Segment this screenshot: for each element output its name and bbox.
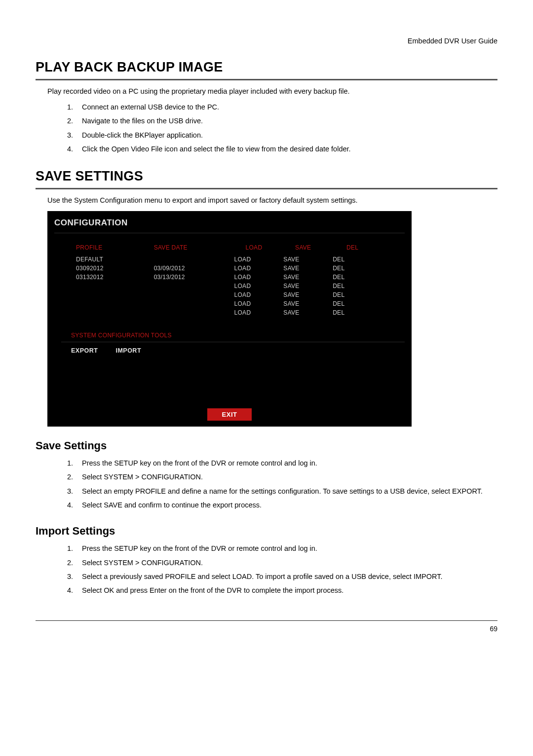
load-button[interactable]: LOAD — [229, 264, 279, 273]
table-header-row: PROFILE SAVE DATE LOAD SAVE DEL — [71, 242, 377, 255]
save-button[interactable]: SAVE — [278, 255, 328, 264]
load-button[interactable]: LOAD — [229, 282, 279, 290]
list-item: Double-click the BKPlayer application. — [75, 130, 497, 140]
del-button[interactable]: DEL — [328, 290, 377, 299]
tools-row: EXPORT IMPORT — [71, 347, 412, 354]
col-load: LOAD — [229, 242, 279, 255]
list-item: Connect an external USB device to the PC… — [75, 102, 497, 112]
col-save: SAVE — [278, 242, 328, 255]
configuration-panel: CONFIGURATION PROFILE SAVE DATE LOAD SAV… — [47, 211, 412, 427]
save-button[interactable]: SAVE — [278, 264, 328, 273]
del-button[interactable]: DEL — [328, 282, 377, 290]
load-button[interactable]: LOAD — [229, 308, 279, 317]
steps-import: Press the SETUP key on the front of the … — [75, 543, 497, 595]
table-row: DEFAULT LOAD SAVE DEL — [71, 255, 377, 264]
cell-date: 03/09/2012 — [149, 264, 229, 273]
cell-profile[interactable]: DEFAULT — [71, 255, 149, 264]
table-row: LOAD SAVE DEL — [71, 299, 377, 308]
col-profile: PROFILE — [71, 242, 149, 255]
load-button[interactable]: LOAD — [229, 255, 279, 264]
divider — [54, 233, 405, 233]
save-button[interactable]: SAVE — [278, 308, 328, 317]
heading-playback: PLAY BACK BACKUP IMAGE — [36, 60, 497, 75]
heading-import-sub: Import Settings — [36, 525, 497, 538]
table-row: LOAD SAVE DEL — [71, 290, 377, 299]
del-button[interactable]: DEL — [328, 308, 377, 317]
export-button[interactable]: EXPORT — [71, 347, 98, 354]
load-button[interactable]: LOAD — [229, 290, 279, 299]
cell-date — [149, 255, 229, 264]
table-row: LOAD SAVE DEL — [71, 282, 377, 290]
list-item: Select a previously saved PROFILE and se… — [75, 572, 497, 581]
steps-save: Press the SETUP key on the front of the … — [75, 458, 497, 510]
divider — [36, 79, 497, 80]
col-save-date: SAVE DATE — [149, 242, 229, 255]
cell-date: 03/13/2012 — [149, 273, 229, 282]
heading-save-sub: Save Settings — [36, 439, 497, 452]
intro-save: Use the System Configuration menu to exp… — [47, 196, 497, 204]
config-title: CONFIGURATION — [47, 216, 412, 233]
del-button[interactable]: DEL — [328, 299, 377, 308]
config-table: PROFILE SAVE DATE LOAD SAVE DEL DEFAULT … — [71, 242, 377, 317]
cell-profile[interactable]: 03132012 — [71, 273, 149, 282]
load-button[interactable]: LOAD — [229, 299, 279, 308]
exit-bar: EXIT — [47, 408, 412, 427]
save-button[interactable]: SAVE — [278, 282, 328, 290]
divider — [36, 188, 497, 189]
list-item: Select SYSTEM > CONFIGURATION. — [75, 472, 497, 482]
list-item: Select an empty PROFILE and define a nam… — [75, 486, 497, 496]
cell-profile[interactable] — [71, 299, 149, 308]
col-del: DEL — [328, 242, 377, 255]
list-item: Press the SETUP key on the front of the … — [75, 458, 497, 468]
tools-label: SYSTEM CONFIGURATION TOOLS — [71, 332, 412, 339]
import-button[interactable]: IMPORT — [115, 347, 141, 354]
cell-date — [149, 282, 229, 290]
del-button[interactable]: DEL — [328, 264, 377, 273]
save-button[interactable]: SAVE — [278, 273, 328, 282]
cell-date — [149, 308, 229, 317]
divider — [61, 342, 405, 342]
list-item: Navigate to the files on the USB drive. — [75, 116, 497, 126]
load-button[interactable]: LOAD — [229, 273, 279, 282]
cell-profile[interactable] — [71, 308, 149, 317]
cell-date — [149, 299, 229, 308]
del-button[interactable]: DEL — [328, 255, 377, 264]
list-item: Click the Open Video File icon and selec… — [75, 144, 497, 154]
doc-header: Embedded DVR User Guide — [36, 37, 497, 45]
steps-playback: Connect an external USB device to the PC… — [75, 102, 497, 154]
list-item: Select SYSTEM > CONFIGURATION. — [75, 558, 497, 568]
cell-profile[interactable] — [71, 290, 149, 299]
table-row: 03132012 03/13/2012 LOAD SAVE DEL — [71, 273, 377, 282]
list-item: Select OK and press Enter on the front o… — [75, 585, 497, 595]
list-item: Select SAVE and confirm to continue the … — [75, 500, 497, 510]
table-row: LOAD SAVE DEL — [71, 308, 377, 317]
cell-date — [149, 290, 229, 299]
exit-button[interactable]: EXIT — [207, 408, 252, 421]
page-number: 69 — [36, 625, 497, 633]
cell-profile[interactable] — [71, 282, 149, 290]
heading-save-settings: SAVE SETTINGS — [36, 169, 497, 184]
intro-playback: Play recorded video on a PC using the pr… — [47, 87, 497, 95]
save-button[interactable]: SAVE — [278, 299, 328, 308]
table-row: 03092012 03/09/2012 LOAD SAVE DEL — [71, 264, 377, 273]
del-button[interactable]: DEL — [328, 273, 377, 282]
list-item: Press the SETUP key on the front of the … — [75, 543, 497, 553]
footer-divider — [36, 620, 497, 621]
save-button[interactable]: SAVE — [278, 290, 328, 299]
cell-profile[interactable]: 03092012 — [71, 264, 149, 273]
